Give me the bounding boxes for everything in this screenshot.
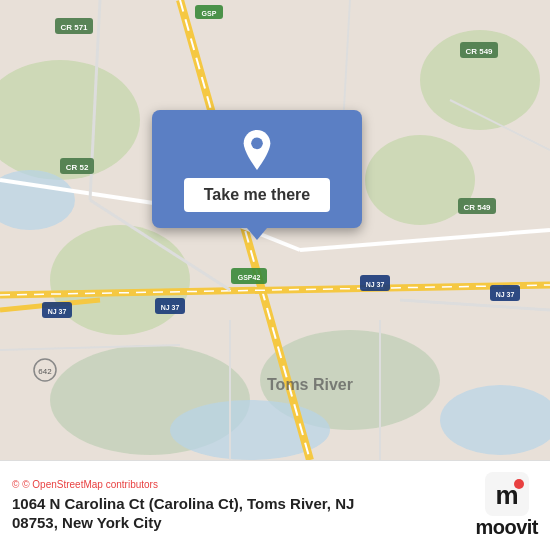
map-popup: Take me there (152, 110, 362, 228)
svg-text:CR 52: CR 52 (66, 163, 89, 172)
svg-text:NJ 37: NJ 37 (161, 304, 180, 311)
svg-text:GSP: GSP (202, 10, 217, 17)
info-text-block: © © OpenStreetMap contributors 1064 N Ca… (12, 479, 463, 533)
attribution-copyright: © (12, 479, 19, 490)
svg-point-52 (514, 479, 524, 489)
info-bar: © © OpenStreetMap contributors 1064 N Ca… (0, 460, 550, 550)
address-line-2: 08753, New York City (12, 513, 463, 533)
svg-text:NJ 37: NJ 37 (48, 308, 67, 315)
svg-text:CR 571: CR 571 (60, 23, 88, 32)
moovit-logo: m moovit (475, 472, 538, 539)
location-pin-icon (237, 130, 277, 170)
svg-text:NJ 37: NJ 37 (496, 291, 515, 298)
attribution-text: © OpenStreetMap contributors (22, 479, 158, 490)
svg-text:642: 642 (38, 367, 52, 376)
svg-text:GSP42: GSP42 (238, 274, 261, 281)
map-svg: CR 571 CR 549 CR 549 CR 52 NJ 37 NJ 37 N… (0, 0, 550, 460)
attribution: © © OpenStreetMap contributors (12, 479, 463, 490)
svg-point-3 (50, 225, 190, 335)
svg-text:NJ 37: NJ 37 (366, 281, 385, 288)
address-line-1: 1064 N Carolina Ct (Carolina Ct), Toms R… (12, 494, 463, 514)
svg-text:Toms River: Toms River (267, 376, 353, 393)
svg-text:CR 549: CR 549 (465, 47, 493, 56)
svg-point-49 (251, 138, 263, 150)
svg-text:CR 549: CR 549 (463, 203, 491, 212)
moovit-icon: m (485, 472, 529, 516)
take-me-there-button[interactable]: Take me there (184, 178, 330, 212)
moovit-label: moovit (475, 516, 538, 539)
map-container: CR 571 CR 549 CR 549 CR 52 NJ 37 NJ 37 N… (0, 0, 550, 460)
